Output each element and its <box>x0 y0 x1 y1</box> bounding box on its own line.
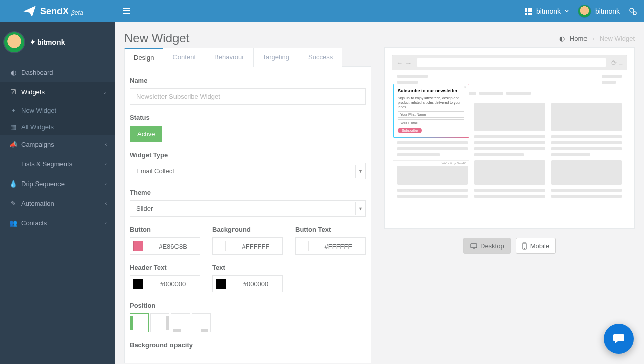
header-text-color-input[interactable]: #000000 <box>130 275 200 292</box>
sidebar-item-contacts[interactable]: 👥 Contacts ‹ <box>0 213 115 233</box>
chevron-down-icon: ▼ <box>355 165 365 178</box>
sidebar-item-new-widget[interactable]: ＋ New Widget <box>0 102 115 119</box>
popup-email-input[interactable] <box>398 119 464 126</box>
popup-body: Sign up to enjoy latest tech, design and… <box>398 96 464 109</box>
position-right[interactable] <box>150 313 169 332</box>
settings-button[interactable] <box>629 7 637 15</box>
name-input[interactable] <box>130 88 366 105</box>
widget-form: Design Content Behaviour Targeting Succe… <box>124 47 371 363</box>
svg-point-13 <box>524 248 525 248</box>
sidebar-submenu-widgets: ＋ New Widget ▦ All Widgets <box>0 102 115 135</box>
plus-icon: ＋ <box>9 106 17 115</box>
sidebar-item-automation[interactable]: ✎ Automation ‹ <box>0 194 115 213</box>
background-color-input[interactable]: #FFFFFF <box>212 237 283 255</box>
dashboard-icon: ◐ <box>9 69 17 76</box>
button-text-color-input[interactable]: #FFFFFF <box>295 237 366 255</box>
chevron-left-icon: ‹ <box>105 142 107 147</box>
device-toggle: Desktop Mobile <box>384 238 635 254</box>
sidebar-item-widgets[interactable]: ☑ Widgets ⌄ <box>0 82 115 102</box>
paper-plane-icon <box>23 5 36 18</box>
back-icon: ← <box>396 59 403 67</box>
sidebar-item-dashboard[interactable]: ◐ Dashboard <box>0 63 115 82</box>
tab-design[interactable]: Design <box>124 48 163 67</box>
svg-rect-7 <box>528 13 530 15</box>
preview-popup: × Subscribe to our newsletter Sign up to… <box>393 84 469 138</box>
device-desktop-button[interactable]: Desktop <box>463 238 511 254</box>
chevron-left-icon: ‹ <box>105 181 107 187</box>
chat-fab[interactable] <box>604 324 634 354</box>
breadcrumb: ◐ Home › New Widget <box>559 35 635 42</box>
position-left[interactable] <box>130 313 149 332</box>
url-bar <box>417 58 606 67</box>
svg-rect-3 <box>525 10 527 12</box>
forward-icon: → <box>405 59 412 67</box>
page-header: New Widget ◐ Home › New Widget <box>115 22 644 47</box>
svg-rect-2 <box>530 8 532 10</box>
bg-opacity-label: Background opacity <box>130 341 366 349</box>
status-toggle[interactable]: Active <box>130 126 175 142</box>
team-switcher[interactable]: bitmonk <box>525 7 569 15</box>
chat-icon <box>612 332 626 346</box>
breadcrumb-current: New Widget <box>600 35 635 42</box>
breadcrumb-sep: › <box>593 35 595 42</box>
avatar <box>578 5 591 18</box>
profile-name: bitmonk <box>30 38 65 46</box>
tab-content[interactable]: Content <box>163 48 205 67</box>
gears-icon <box>629 7 637 15</box>
sidebar-item-drip[interactable]: 💧 Drip Sequence ‹ <box>0 174 115 194</box>
tab-behaviour[interactable]: Behaviour <box>205 48 254 67</box>
svg-point-9 <box>630 8 634 12</box>
status-active: Active <box>130 126 162 142</box>
tab-success[interactable]: Success <box>299 48 342 67</box>
position-bottom-left[interactable] <box>171 313 190 332</box>
position-bottom-right[interactable] <box>192 313 211 332</box>
color-swatch <box>299 241 309 251</box>
brand-beta: βeta <box>71 9 83 16</box>
widgets-icon: ☑ <box>9 88 17 96</box>
sidebar: bitmonk ◐ Dashboard ☑ Widgets ⌄ ＋ New Wi… <box>0 22 115 364</box>
svg-rect-11 <box>471 244 477 248</box>
widget-type-select[interactable]: Email Collect ▼ <box>130 163 366 179</box>
menu-icon: ≡ <box>619 59 623 67</box>
sidebar-item-lists[interactable]: ≣ Lists & Segments ‹ <box>0 154 115 174</box>
drip-icon: 💧 <box>9 180 17 188</box>
chevron-left-icon: ‹ <box>105 161 107 167</box>
header-text-color-label: Header Text <box>130 264 200 271</box>
popup-firstname-input[interactable] <box>398 111 464 118</box>
color-swatch <box>133 279 143 289</box>
brand-name: SendX <box>40 6 69 17</box>
text-color-input[interactable]: #000000 <box>212 275 283 292</box>
brand-logo[interactable]: SendX βeta <box>0 5 115 18</box>
team-name: bitmonk <box>536 7 561 15</box>
breadcrumb-home[interactable]: Home <box>570 35 588 42</box>
desktop-icon <box>470 243 477 249</box>
users-icon: 👥 <box>9 219 17 227</box>
chevron-down-icon <box>565 9 569 13</box>
popup-footer: We're ♥ by SendX <box>393 160 469 166</box>
tab-bar: Design Content Behaviour Targeting Succe… <box>124 47 371 67</box>
sidebar-item-campaigns[interactable]: 📣 Campaigns ‹ <box>0 135 115 154</box>
device-mobile-button[interactable]: Mobile <box>516 238 556 254</box>
svg-rect-0 <box>525 8 527 10</box>
user-menu[interactable]: bitmonk <box>578 5 620 18</box>
chevron-down-icon: ⌄ <box>103 89 107 95</box>
reload-icon: ⟳ <box>611 59 617 67</box>
button-color-input[interactable]: #E86C8B <box>130 237 200 255</box>
avatar <box>3 31 25 53</box>
user-name: bitmonk <box>595 7 620 15</box>
sidebar-item-all-widgets[interactable]: ▦ All Widgets <box>0 119 115 135</box>
hamburger-icon <box>123 7 130 14</box>
grid-icon: ▦ <box>9 123 17 131</box>
sidebar-toggle-button[interactable] <box>123 7 130 16</box>
svg-rect-4 <box>528 10 530 12</box>
theme-select[interactable]: Slider ▼ <box>130 200 366 217</box>
svg-rect-8 <box>530 13 532 15</box>
dashboard-icon: ◐ <box>559 35 565 42</box>
close-icon[interactable]: × <box>464 85 466 89</box>
popup-subscribe-button[interactable]: Subscribe <box>398 128 422 133</box>
position-label: Position <box>130 301 366 309</box>
preview-browser: ← → ⟳ ≡ <box>392 55 627 221</box>
tab-targeting[interactable]: Targeting <box>253 48 299 67</box>
theme-label: Theme <box>130 189 366 196</box>
bullhorn-icon: 📣 <box>9 141 17 148</box>
